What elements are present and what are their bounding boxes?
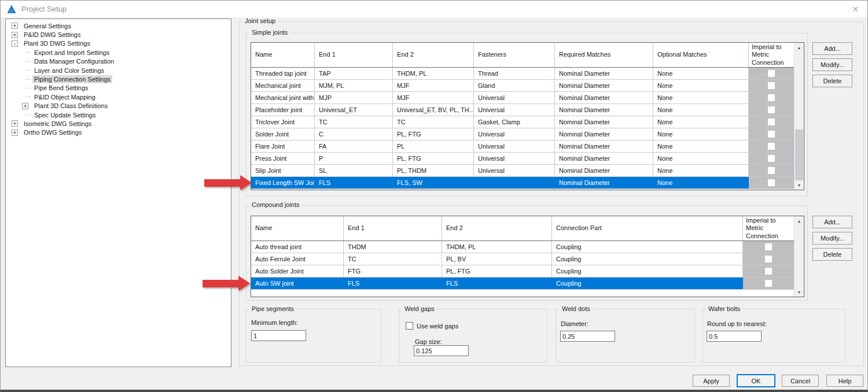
column-header-end1: End 1	[315, 43, 393, 67]
scroll-down-icon[interactable]: ▼	[795, 287, 804, 297]
round-up-label: Round up to nearest:	[707, 320, 767, 327]
tree-item-pid-dwg-settings[interactable]: +P&ID DWG Settings	[6, 30, 231, 39]
minimum-length-input[interactable]	[251, 330, 306, 341]
apply-button[interactable]: Apply	[693, 375, 730, 387]
table-row[interactable]: Auto thread joint THDM THDM, PL Coupling	[251, 241, 804, 253]
cell-fasteners: Universal	[474, 140, 555, 152]
simple-joints-table: Name End 1 End 2 Fasteners Required Matc…	[251, 42, 804, 190]
table-row[interactable]: Flare Joint FA PL Universal Nominal Diam…	[251, 140, 804, 153]
title-bar: Project Setup ✕	[1, 1, 867, 18]
table-row[interactable]: Auto Solder Joint FTG PL, FTG Coupling	[251, 265, 804, 278]
table-row[interactable]: Mechanical joint MJM, PL MJF Gland Nomin…	[251, 80, 804, 92]
tree-item-isometric-dwg-settings[interactable]: +Isometric DWG Settings	[6, 119, 231, 128]
tree-item-general-settings[interactable]: +General Settings	[6, 21, 231, 30]
cell-end2: Universal_ET, BV, PL, TH...	[393, 104, 474, 116]
compound-modify-button[interactable]: Modify...	[812, 232, 852, 245]
cancel-button[interactable]: Cancel	[782, 375, 819, 387]
cell-required: Nominal Diameter	[555, 68, 653, 79]
tree-item-layer-color-settings[interactable]: Layer and Color Settings	[6, 66, 231, 75]
help-button[interactable]: Help	[826, 375, 863, 387]
tree-expand-icon[interactable]: +	[12, 130, 18, 136]
scroll-down-icon[interactable]: ▼	[795, 180, 804, 190]
simple-add-button[interactable]: Add...	[812, 42, 852, 55]
imperial-metric-checkbox-cell[interactable]	[743, 241, 794, 253]
checkbox-icon	[765, 256, 772, 262]
use-weld-gaps-label: Use weld gaps	[417, 323, 458, 330]
table-row[interactable]: Threaded tap joint TAP THDM, PL Thread N…	[251, 68, 804, 80]
use-weld-gaps-checkbox[interactable]	[406, 322, 413, 330]
cell-end2: PL, THDM	[393, 165, 474, 176]
cell-fasteners: Universal	[474, 153, 555, 164]
joint-setup-group-label: Joint setup	[242, 17, 278, 24]
scroll-up-icon[interactable]: ▲	[795, 216, 804, 225]
table-row-selected[interactable]: Fixed Length SW Joint FLS FLS, SW Nomina…	[251, 177, 804, 189]
imperial-metric-checkbox-cell[interactable]	[743, 265, 794, 277]
imperial-metric-checkbox-cell[interactable]	[743, 278, 794, 289]
table-row[interactable]: Press Joint P PL, FTG Universal Nominal …	[251, 153, 804, 165]
close-icon[interactable]: ✕	[848, 2, 863, 16]
imperial-metric-checkbox-cell[interactable]	[743, 253, 794, 265]
pipe-segments-group-label: Pipe segments	[249, 305, 296, 312]
scrollbar-thumb[interactable]	[795, 130, 803, 180]
imperial-metric-checkbox-cell[interactable]	[749, 92, 794, 103]
cell-fasteners: Thread	[474, 68, 555, 79]
cell-end2: MJF	[393, 80, 474, 91]
tree-expand-icon[interactable]: +	[22, 103, 28, 109]
tree-expand-icon[interactable]: +	[12, 120, 18, 127]
checkbox-icon	[768, 143, 775, 150]
cell-name: Solder Joint	[251, 128, 315, 140]
tree-item-piping-connection-settings[interactable]: Piping Connection Settings	[6, 75, 231, 83]
tree-item-ortho-dwg-settings[interactable]: +Ortho DWG Settings	[6, 128, 231, 137]
compound-table-scrollbar[interactable]: ▲ ▼	[794, 216, 804, 297]
checkbox-icon	[765, 268, 772, 275]
table-row[interactable]: Placeholder joint Universal_ET Universal…	[251, 104, 804, 116]
simple-modify-button[interactable]: Modify...	[812, 58, 852, 71]
cell-name: Mechanical joint witho...	[251, 92, 315, 103]
tree-expand-icon[interactable]: +	[12, 23, 18, 29]
cell-end2: PL, FTG	[393, 128, 474, 140]
column-header-required-matches: Required Matches	[555, 43, 653, 67]
tree-collapse-icon[interactable]: -	[12, 40, 18, 47]
imperial-metric-checkbox-cell[interactable]	[749, 140, 794, 152]
simple-table-scrollbar[interactable]: ▲ ▼	[794, 43, 804, 190]
tree-item-label: Spec Update Settings	[32, 111, 97, 119]
imperial-metric-checkbox-cell[interactable]	[749, 104, 794, 116]
tree-item-pid-object-mapping[interactable]: P&ID Object Mapping	[6, 93, 231, 101]
imperial-metric-checkbox-cell[interactable]	[749, 80, 794, 91]
checkbox-icon	[768, 131, 775, 138]
cell-optional: None	[653, 140, 749, 152]
tree-item-spec-update-settings[interactable]: Spec Update Settings	[6, 110, 231, 119]
round-up-input[interactable]	[707, 331, 762, 342]
compound-add-button[interactable]: Add...	[812, 216, 852, 228]
compound-delete-button[interactable]: Delete	[812, 248, 852, 261]
cell-required: Nominal Diameter	[555, 140, 653, 152]
table-row[interactable]: Auto Ferrule Joint TC PL, BV Coupling	[251, 253, 804, 265]
imperial-metric-checkbox-cell[interactable]	[749, 128, 794, 140]
cell-required: Nominal Diameter	[555, 153, 653, 164]
table-row[interactable]: Mechanical joint witho... MJP MJF Univer…	[251, 92, 804, 104]
tree-item-label: Layer and Color Settings	[32, 66, 106, 75]
tree-item-export-import-settings[interactable]: Export and Import Settings	[6, 48, 231, 57]
tree-item-data-manager-configuration[interactable]: Data Manager Configuration	[6, 57, 231, 66]
imperial-metric-checkbox-cell[interactable]	[749, 116, 794, 128]
table-row[interactable]: Solder Joint C PL, FTG Universal Nominal…	[251, 128, 804, 140]
cell-fasteners: Universal	[474, 165, 555, 176]
imperial-metric-checkbox-cell[interactable]	[749, 153, 794, 164]
simple-delete-button[interactable]: Delete	[812, 75, 852, 87]
scroll-up-icon[interactable]: ▲	[795, 43, 804, 52]
cell-end1: FA	[315, 140, 393, 152]
tree-item-plant3d-class-definitions[interactable]: +Plant 3D Class Definitions	[6, 102, 231, 110]
imperial-metric-checkbox-cell[interactable]	[749, 68, 794, 79]
cell-required: Nominal Diameter	[555, 128, 653, 140]
gap-size-input[interactable]	[414, 345, 469, 356]
tree-expand-icon[interactable]: +	[12, 32, 18, 38]
tree-item-plant3d-dwg-settings[interactable]: -Plant 3D DWG Settings	[6, 39, 231, 48]
tree-item-pipe-bend-settings[interactable]: Pipe Bend Settings	[6, 84, 231, 93]
imperial-metric-checkbox-cell[interactable]	[749, 165, 794, 176]
ok-button[interactable]: OK	[737, 374, 775, 387]
table-row[interactable]: Slip Joint SL PL, THDM Universal Nominal…	[251, 165, 804, 177]
imperial-metric-checkbox-cell[interactable]	[749, 177, 794, 188]
diameter-input[interactable]	[560, 331, 615, 342]
table-row-selected[interactable]: Auto SW joint FLS FLS Coupling	[251, 278, 804, 290]
table-row[interactable]: Triclover Joint TC TC Gasket, Clamp Nomi…	[251, 116, 804, 128]
